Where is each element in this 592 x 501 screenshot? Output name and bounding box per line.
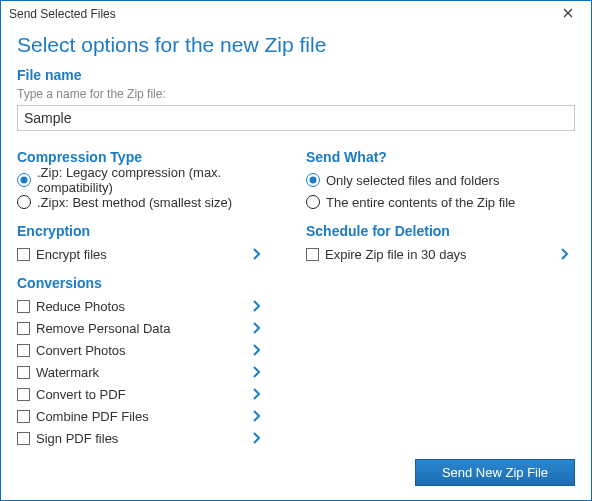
checkbox-icon <box>17 344 30 357</box>
chevron-right-icon <box>253 340 261 360</box>
convert-photos-expand[interactable] <box>253 340 267 361</box>
chevron-right-icon <box>561 244 569 264</box>
schedule-title: Schedule for Deletion <box>306 223 575 239</box>
send-new-zip-button[interactable]: Send New Zip File <box>415 459 575 486</box>
chevron-right-icon <box>253 362 261 382</box>
encrypt-files-expand[interactable] <box>253 244 267 265</box>
radio-label: .Zipx: Best method (smallest size) <box>37 195 232 210</box>
expire-zip-checkbox[interactable]: Expire Zip file in 30 days <box>306 243 467 265</box>
chevron-right-icon <box>253 406 261 426</box>
titlebar: Send Selected Files <box>1 1 591 27</box>
radio-label: .Zip: Legacy compression (max. compatibi… <box>37 165 286 195</box>
checkbox-label: Convert Photos <box>36 343 126 358</box>
checkbox-label: Watermark <box>36 365 99 380</box>
checkbox-label: Remove Personal Data <box>36 321 170 336</box>
convert-photos-checkbox[interactable]: Convert Photos <box>17 339 126 361</box>
reduce-photos-expand[interactable] <box>253 296 267 317</box>
sign-pdf-files-expand[interactable] <box>253 428 267 449</box>
filename-hint: Type a name for the Zip file: <box>17 87 575 101</box>
content-area: Select options for the new Zip file File… <box>1 27 591 465</box>
close-button[interactable] <box>553 2 583 26</box>
radio-icon <box>17 195 31 209</box>
combine-pdf-files-checkbox[interactable]: Combine PDF Files <box>17 405 149 427</box>
chevron-right-icon <box>253 428 261 448</box>
convert-to-pdf-expand[interactable] <box>253 384 267 405</box>
remove-personal-data-checkbox[interactable]: Remove Personal Data <box>17 317 170 339</box>
send-what-title: Send What? <box>306 149 575 165</box>
radio-icon <box>306 173 320 187</box>
radio-icon <box>306 195 320 209</box>
checkbox-icon <box>306 248 319 261</box>
sign-pdf-files-checkbox[interactable]: Sign PDF files <box>17 427 118 449</box>
page-title: Select options for the new Zip file <box>17 33 575 57</box>
radio-icon <box>17 173 31 187</box>
checkbox-icon <box>17 366 30 379</box>
checkbox-label: Sign PDF files <box>36 431 118 446</box>
filename-input[interactable] <box>17 105 575 131</box>
checkbox-label: Combine PDF Files <box>36 409 149 424</box>
checkbox-label: Convert to PDF <box>36 387 126 402</box>
chevron-right-icon <box>253 384 261 404</box>
reduce-photos-checkbox[interactable]: Reduce Photos <box>17 295 125 317</box>
chevron-right-icon <box>253 318 261 338</box>
checkbox-label: Reduce Photos <box>36 299 125 314</box>
filename-section-title: File name <box>17 67 575 83</box>
encrypt-files-checkbox[interactable]: Encrypt files <box>17 243 107 265</box>
send-entire-option[interactable]: The entire contents of the Zip file <box>306 191 575 213</box>
expire-zip-expand[interactable] <box>561 244 575 265</box>
checkbox-icon <box>17 248 30 261</box>
checkbox-label: Encrypt files <box>36 247 107 262</box>
left-column: Compression Type .Zip: Legacy compressio… <box>17 141 286 449</box>
compression-title: Compression Type <box>17 149 286 165</box>
combine-pdf-files-expand[interactable] <box>253 406 267 427</box>
checkbox-icon <box>17 322 30 335</box>
chevron-right-icon <box>253 244 261 264</box>
compression-option-zip[interactable]: .Zip: Legacy compression (max. compatibi… <box>17 169 286 191</box>
checkbox-icon <box>17 432 30 445</box>
checkbox-label: Expire Zip file in 30 days <box>325 247 467 262</box>
close-icon <box>563 7 573 21</box>
watermark-expand[interactable] <box>253 362 267 383</box>
radio-label: Only selected files and folders <box>326 173 499 188</box>
window-title: Send Selected Files <box>9 7 116 21</box>
radio-label: The entire contents of the Zip file <box>326 195 515 210</box>
watermark-checkbox[interactable]: Watermark <box>17 361 99 383</box>
chevron-right-icon <box>253 296 261 316</box>
remove-personal-data-expand[interactable] <box>253 318 267 339</box>
conversions-title: Conversions <box>17 275 286 291</box>
checkbox-icon <box>17 410 30 423</box>
encryption-title: Encryption <box>17 223 286 239</box>
checkbox-icon <box>17 300 30 313</box>
right-column: Send What? Only selected files and folde… <box>306 141 575 449</box>
send-selected-option[interactable]: Only selected files and folders <box>306 169 575 191</box>
footer: Send New Zip File <box>415 459 575 486</box>
checkbox-icon <box>17 388 30 401</box>
convert-to-pdf-checkbox[interactable]: Convert to PDF <box>17 383 126 405</box>
